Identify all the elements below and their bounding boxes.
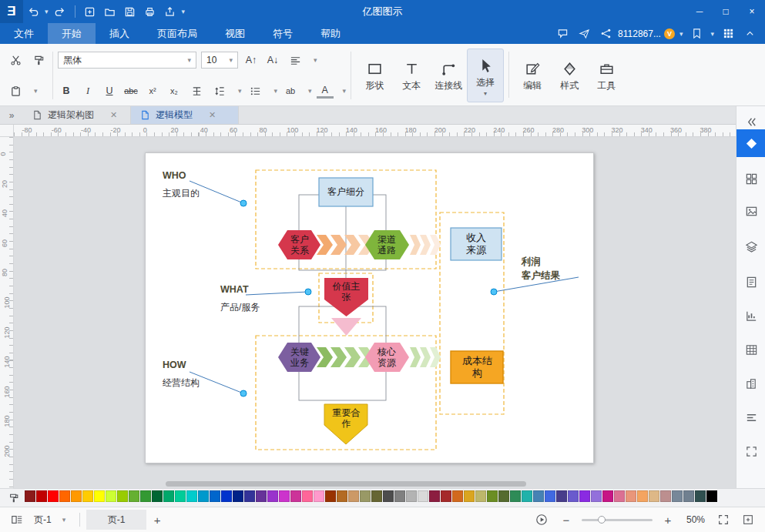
color-swatch[interactable] [117,490,128,502]
doc-tab-logic-architecture[interactable]: 逻辑架构图 ✕ [23,106,131,124]
color-swatch[interactable] [452,490,463,502]
text-tool-button[interactable]: 文本 [393,49,430,102]
color-swatch[interactable] [510,490,521,502]
close-button[interactable]: × [739,0,765,23]
highlight-button[interactable]: ab [282,82,299,99]
banner-caret-icon[interactable]: ▾ [710,30,714,38]
color-swatch[interactable] [394,490,405,502]
color-swatch[interactable] [406,490,417,502]
color-swatch[interactable] [545,490,555,502]
color-swatch[interactable] [267,490,278,502]
color-swatch[interactable] [649,490,659,502]
menu-tab-symbols[interactable]: 符号 [259,23,307,44]
present-play-button[interactable] [532,510,551,529]
note-icon[interactable] [736,269,765,294]
print-button[interactable] [140,2,160,22]
underline-button[interactable]: U [101,82,118,99]
open-file-button[interactable] [100,2,120,22]
italic-button[interactable]: I [79,82,96,99]
color-swatch[interactable] [36,490,47,502]
label-revenue[interactable]: 收入来源 [463,232,489,256]
highlight-caret-icon[interactable]: ▾ [308,87,312,95]
color-swatch[interactable] [706,490,717,502]
color-swatch[interactable] [256,490,267,502]
layers-icon[interactable] [736,234,765,259]
color-swatch[interactable] [140,490,151,502]
color-swatch[interactable] [429,490,440,502]
color-swatch[interactable] [348,490,359,502]
color-swatch[interactable] [244,490,255,502]
color-swatch[interactable] [441,490,451,502]
menu-tab-home[interactable]: 开始 [48,23,96,44]
canvas-area[interactable]: WHO 主观目的 WHAT 产品/服务 HOW 经营结构 利润 客户结果 客户细… [14,137,736,488]
label-value-proposition[interactable]: 价值主张 [329,281,364,303]
send-icon[interactable] [575,25,593,42]
connection-dot[interactable] [491,289,497,295]
menu-tab-view[interactable]: 视图 [211,23,259,44]
tab-overflow-icon[interactable]: » [0,106,23,124]
color-swatch[interactable] [360,490,371,502]
doc-tab-logic-model[interactable]: 逻辑模型 ✕ [131,106,239,124]
outline-icon[interactable] [736,405,765,430]
color-swatch[interactable] [82,490,93,502]
collapse-ribbon-icon[interactable] [740,25,759,42]
shapes-grid-icon[interactable] [736,166,765,191]
comment-icon[interactable] [553,25,572,42]
superscript-button[interactable]: x² [144,82,161,99]
page-tab[interactable]: 页-1 [86,510,146,530]
maximize-button[interactable]: □ [713,0,739,23]
label-how-sub[interactable]: 经营结构 [163,376,200,390]
banner-icon[interactable] [687,25,706,42]
menu-tab-page-layout[interactable]: 页面布局 [143,23,211,44]
building-icon[interactable] [736,371,765,396]
color-swatch[interactable] [579,490,590,502]
color-swatch[interactable] [186,490,197,502]
minimize-button[interactable]: ─ [686,0,713,23]
text-spacing-button[interactable] [187,82,206,100]
account-caret-icon[interactable]: ▾ [679,30,683,38]
strikethrough-button[interactable]: abc [122,82,139,99]
color-swatch[interactable] [614,490,625,502]
color-swatch[interactable] [25,490,35,502]
color-swatch[interactable] [106,490,116,502]
color-swatch[interactable] [210,490,220,502]
color-swatch[interactable] [59,490,70,502]
export-button[interactable] [160,2,180,22]
cut-button[interactable] [6,51,25,69]
apps-grid-icon[interactable] [719,25,737,42]
account-info[interactable]: 8112867... V ▾ [618,28,684,39]
line-spacing-caret-icon[interactable]: ▾ [238,87,242,95]
redo-button[interactable] [50,2,70,22]
color-swatch[interactable] [683,490,694,502]
new-document-button[interactable] [80,2,100,22]
color-swatch[interactable] [672,490,683,502]
color-swatch[interactable] [418,490,428,502]
color-swatch[interactable] [533,490,544,502]
color-swatch[interactable] [556,490,567,502]
connection-dot[interactable] [240,200,247,206]
color-swatch[interactable] [522,490,532,502]
color-swatch[interactable] [383,490,394,502]
color-swatch[interactable] [71,490,82,502]
label-who[interactable]: WHO [163,170,186,181]
connection-dot[interactable] [240,390,247,396]
bold-button[interactable]: B [58,82,75,99]
fullscreen-button[interactable] [739,510,757,529]
leader-line-what[interactable] [246,292,308,295]
color-swatch[interactable] [695,490,706,502]
zoom-in-button[interactable]: + [659,510,677,529]
color-swatch[interactable] [498,490,509,502]
align-caret-icon[interactable]: ▾ [314,56,317,64]
label-key-activity[interactable]: 关键业务 [288,346,311,368]
label-profit[interactable]: 利润 [522,256,541,269]
color-swatch[interactable] [302,490,313,502]
menu-tab-file[interactable]: 文件 [0,23,48,44]
theme-color-icon[interactable] [6,491,22,505]
increase-font-button[interactable]: A↑ [243,52,260,69]
bullets-button[interactable] [247,82,265,100]
add-page-button[interactable]: + [146,510,168,530]
label-cost-structure[interactable]: 成本结构 [460,355,495,380]
color-swatch[interactable] [163,490,174,502]
label-who-sub[interactable]: 主观目的 [163,187,200,200]
color-swatch[interactable] [221,490,232,502]
